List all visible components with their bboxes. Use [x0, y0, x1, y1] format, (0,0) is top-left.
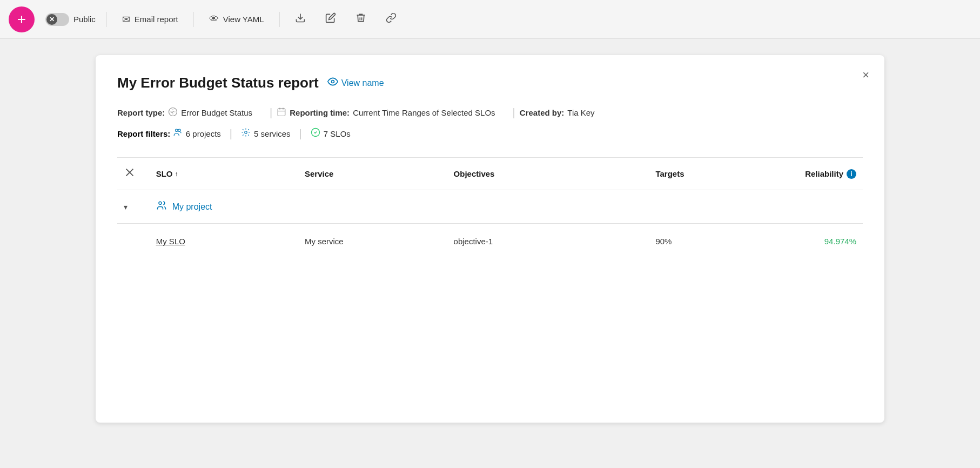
toggle-label: Public [73, 15, 96, 24]
public-toggle[interactable]: ✕ Public [45, 13, 96, 26]
project-icon [156, 200, 167, 213]
report-meta: Report type: Error Budget Status | [117, 106, 863, 119]
toolbar-divider-1 [106, 12, 107, 27]
svg-point-13 [159, 202, 162, 204]
email-report-button[interactable]: ✉ Email report [118, 11, 183, 28]
service-cell: My service [298, 224, 447, 259]
th-reliability: Reliability i [756, 158, 863, 190]
svg-point-1 [331, 81, 334, 83]
projects-filter: 6 projects [173, 128, 221, 140]
group-name-cell: My project [150, 190, 863, 224]
report-title: My Error Budget Status report [117, 75, 319, 91]
services-icon [241, 128, 251, 140]
created-by-item: Created by: Tia Key [520, 108, 608, 117]
link-button[interactable] [381, 10, 401, 28]
reporting-time-item: Reporting time: Current Time Ranges of S… [277, 107, 508, 119]
reliability-value: 94.974% [824, 237, 856, 246]
report-type-value: Error Budget Status [181, 108, 252, 117]
toolbar-divider-3 [279, 12, 280, 27]
report-type-icon [168, 107, 178, 119]
view-name-eye-icon [327, 76, 338, 90]
slo-sort-icon[interactable]: ↑ [175, 170, 178, 178]
reporting-time-value: Current Time Ranges of Selected SLOs [353, 108, 495, 117]
th-objectives: Objectives [447, 158, 649, 190]
toggle-x-icon: ✕ [49, 16, 55, 23]
view-name-button[interactable]: View name [327, 76, 384, 90]
meta-sep-1: | [270, 106, 272, 119]
close-button[interactable]: × [862, 68, 869, 82]
chevron-down-icon[interactable]: ▾ [124, 203, 127, 211]
svg-point-7 [175, 129, 178, 132]
report-type-item: Report type: Error Budget Status [117, 107, 265, 119]
th-service: Service [298, 158, 447, 190]
projects-value: 6 projects [186, 129, 221, 138]
report-filters: Report filters: 6 projects | [117, 128, 863, 140]
plus-icon: + [17, 11, 26, 28]
objectives-cell: objective-1 [447, 224, 649, 259]
email-icon: ✉ [122, 14, 130, 25]
toggle-thumb: ✕ [46, 14, 57, 25]
report-table: SLO ↑ Service Objectives Targets Reliabi… [117, 158, 863, 259]
group-row-content: My project [156, 200, 856, 213]
services-filter: 5 services [241, 128, 291, 140]
table-header-row: SLO ↑ Service Objectives Targets Reliabi… [117, 158, 863, 190]
collapse-all-icon[interactable] [124, 166, 136, 181]
toolbar: + ✕ Public ✉ Email report 👁 View YAML [0, 0, 980, 39]
filter-sep-2: | [299, 128, 302, 140]
view-yaml-label: View YAML [223, 15, 264, 24]
slo-link[interactable]: My SLO [156, 237, 185, 246]
calendar-icon [277, 107, 286, 119]
close-icon: × [862, 68, 869, 82]
download-button[interactable] [291, 10, 310, 28]
email-report-label: Email report [135, 15, 178, 24]
filters-label: Report filters: [117, 129, 170, 138]
reliability-header-label: Reliability [805, 169, 843, 178]
slo-header-label: SLO [156, 169, 173, 178]
slo-cell: My SLO [150, 224, 298, 259]
projects-icon [173, 128, 183, 140]
report-title-row: My Error Budget Status report View name [117, 75, 863, 91]
edit-button[interactable] [321, 10, 340, 28]
reliability-info-icon[interactable]: i [847, 169, 856, 179]
data-row-expand [117, 224, 150, 259]
created-by-label: Created by: [520, 108, 565, 117]
slos-icon [311, 128, 320, 140]
svg-point-9 [245, 131, 247, 134]
svg-point-8 [178, 129, 181, 132]
reporting-time-label: Reporting time: [290, 108, 350, 117]
report-type-label: Report type: [117, 108, 165, 117]
view-yaml-button[interactable]: 👁 View YAML [205, 11, 269, 27]
filter-sep-1: | [230, 128, 232, 140]
report-card: × My Error Budget Status report View nam… [96, 55, 884, 423]
add-button[interactable]: + [9, 6, 35, 32]
toolbar-divider-2 [193, 12, 194, 27]
reliability-cell: 94.974% [756, 224, 863, 259]
group-name: My project [172, 202, 212, 212]
delete-button[interactable] [351, 10, 371, 28]
th-targets: Targets [649, 158, 755, 190]
th-expand [117, 158, 150, 190]
toggle-track: ✕ [45, 13, 69, 26]
services-value: 5 services [254, 129, 291, 138]
targets-cell: 90% [649, 224, 755, 259]
table-row: My SLO My service objective-1 90% 94.974… [117, 224, 863, 259]
meta-sep-2: | [513, 106, 515, 119]
group-expand-cell: ▾ [117, 190, 150, 224]
slos-value: 7 SLOs [324, 129, 351, 138]
table-row: ▾ My projec [117, 190, 863, 224]
view-name-label: View name [341, 78, 384, 88]
slos-filter: 7 SLOs [311, 128, 351, 140]
main-content: × My Error Budget Status report View nam… [0, 39, 980, 468]
svg-rect-3 [278, 109, 286, 116]
th-slo: SLO ↑ [150, 158, 298, 190]
created-by-value: Tia Key [567, 108, 594, 117]
eye-icon: 👁 [209, 14, 219, 25]
